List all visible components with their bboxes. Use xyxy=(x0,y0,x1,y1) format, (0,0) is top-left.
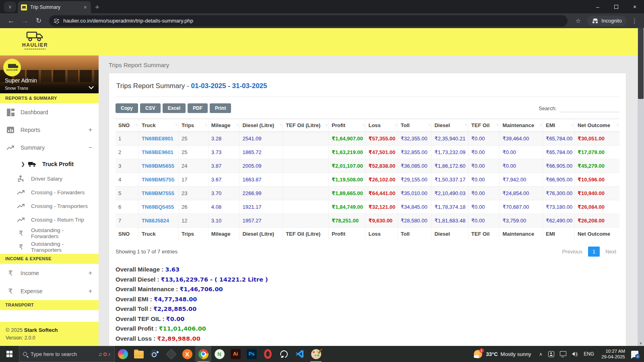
expand-toggle-icon[interactable]: + xyxy=(89,288,92,295)
cell-truck[interactable]: TN69BE9601 xyxy=(139,146,179,159)
sort-icon[interactable]: ↑↓ xyxy=(362,123,364,127)
sidebar-item-outstanding-transporters[interactable]: ₹Outstanding - Transporters xyxy=(0,240,99,254)
sidebar-item-income[interactable]: ₹Income+ xyxy=(0,264,99,282)
sidebar-item-reports[interactable]: Reports+ xyxy=(0,121,99,139)
sort-icon[interactable]: ↑↓ xyxy=(175,123,177,127)
sidebar-item-expense[interactable]: ₹Expense+ xyxy=(0,282,99,300)
cell-truck[interactable]: TN69BE8901 xyxy=(139,132,179,146)
start-button[interactable] xyxy=(0,346,19,362)
column-header-trips[interactable]: Trips↑↓ xyxy=(178,119,208,132)
illustrator-taskbar-icon[interactable]: Ai xyxy=(227,346,244,362)
csv-button[interactable]: CSV xyxy=(140,103,161,113)
copy-button[interactable]: Copy xyxy=(116,103,138,113)
column-header-tef-oil-litre[interactable]: TEF Oil (Litre)↑↓ xyxy=(283,119,329,132)
page-scrollbar[interactable]: ▼ xyxy=(638,28,644,346)
sidebar-item-dashboard[interactable]: Dashboard xyxy=(0,103,99,121)
sort-icon[interactable]: ↑↓ xyxy=(571,123,573,127)
sort-icon[interactable]: ↑↓ xyxy=(496,123,498,127)
window-restore-button[interactable] xyxy=(607,0,625,13)
explorer-taskbar-icon[interactable] xyxy=(131,346,147,362)
column-header-mileage[interactable]: Mileage↑↓ xyxy=(208,119,239,132)
notepadpp-taskbar-icon[interactable]: N xyxy=(211,346,227,362)
sidebar-item-crossing-forwarders[interactable]: Crossing - Forwarders xyxy=(0,185,99,199)
column-header-tef-oil[interactable]: TEF Oil↑↓ xyxy=(468,119,500,132)
site-info-icon[interactable] xyxy=(54,18,59,23)
xampp-taskbar-icon[interactable]: X xyxy=(179,346,195,362)
column-header-loss[interactable]: Loss↑↓ xyxy=(365,119,398,132)
column-header-maintenance[interactable]: Maintenance↑↓ xyxy=(500,119,543,132)
sidebar-item-crossing-return-trip[interactable]: Crossing - Return Trip xyxy=(0,213,99,226)
column-header-diesel-litre[interactable]: Diesel (Litre)↑↓ xyxy=(239,119,283,132)
tray-chevron-up-icon[interactable]: ∧ xyxy=(539,352,542,357)
back-button[interactable]: ← xyxy=(8,17,14,25)
network-tray-icon[interactable] xyxy=(560,352,566,356)
obs-taskbar-icon[interactable] xyxy=(276,346,292,362)
cell-truck[interactable]: TN69BQ5455 xyxy=(139,200,179,214)
browser-tab[interactable]: Trip Summary × xyxy=(18,1,91,13)
palette-taskbar-icon[interactable] xyxy=(308,346,324,362)
forward-button[interactable]: → xyxy=(22,17,29,25)
pagination-next[interactable]: Next xyxy=(602,247,619,257)
sort-icon[interactable]: ↑↓ xyxy=(539,123,541,127)
language-indicator[interactable]: ENG xyxy=(584,351,594,357)
cell-truck[interactable]: TN69BM5755 xyxy=(139,173,179,187)
profile-card[interactable]: HAULIER Super Admin Snow Trans xyxy=(0,56,99,93)
profile-chevron-down-icon[interactable] xyxy=(89,84,94,89)
chrome-taskbar-icon[interactable] xyxy=(195,346,211,362)
search-input[interactable] xyxy=(559,104,619,112)
pagination-previous[interactable]: Previous xyxy=(559,247,586,257)
sidebar-item-driver-salary[interactable]: Driver Salary xyxy=(0,172,99,185)
scrollbar-down-arrow[interactable]: ▼ xyxy=(638,341,644,346)
opera-taskbar-icon[interactable] xyxy=(260,346,276,362)
expand-toggle-icon[interactable]: + xyxy=(89,126,92,134)
sidebar-item-crossing-transporters[interactable]: Crossing - Transporters xyxy=(0,199,99,213)
address-bar[interactable]: haulier.co.in/demo/superadmin/trip-detai… xyxy=(49,15,568,27)
column-header-truck[interactable]: Truck↑↓ xyxy=(139,119,179,132)
column-header-emi[interactable]: EMI↑↓ xyxy=(543,119,575,132)
tab-close-icon[interactable]: × xyxy=(83,4,88,10)
print-button[interactable]: Print xyxy=(210,103,231,113)
sort-icon[interactable]: ↑↓ xyxy=(236,123,238,127)
bookmark-star-icon[interactable]: ☆ xyxy=(576,17,581,25)
sort-icon[interactable]: ↑↓ xyxy=(394,123,396,127)
sidebar-item-summary[interactable]: Summary− xyxy=(0,139,99,156)
tab-search-button[interactable]: ∨ xyxy=(4,2,16,12)
window-close-button[interactable]: × xyxy=(625,0,644,13)
vscode-taskbar-icon[interactable] xyxy=(292,346,308,362)
volume-tray-icon[interactable]: )) xyxy=(572,352,577,356)
cell-truck[interactable]: TN69BM7555 xyxy=(139,187,179,200)
column-header-diesel[interactable]: Diesel↑↓ xyxy=(431,119,468,132)
cell-truck[interactable]: TN88J5824 xyxy=(139,214,179,228)
weather-widget[interactable]: 1 33°CMostly sunny xyxy=(473,350,531,359)
sidebar-item-outstanding-forwarders[interactable]: ₹Outstanding - Forwarders xyxy=(0,226,99,240)
clock[interactable]: 10:27 AM 29-04-2025 xyxy=(601,348,625,360)
sort-icon[interactable]: ↑↓ xyxy=(205,123,207,127)
sidebar-item-truck-profit[interactable]: ❯Truck Profit xyxy=(0,156,99,172)
expand-toggle-icon[interactable]: − xyxy=(89,144,92,151)
column-header-toll[interactable]: Toll↑↓ xyxy=(398,119,431,132)
excel-button[interactable]: Excel xyxy=(163,103,186,113)
reload-button[interactable]: ↻ xyxy=(36,16,41,25)
cell-truck[interactable]: TN69BM5655 xyxy=(139,159,179,173)
sort-icon[interactable]: ↑↓ xyxy=(279,123,281,127)
copilot-taskbar-icon[interactable] xyxy=(115,346,131,362)
pagination-current-page[interactable]: 1 xyxy=(588,247,600,257)
window-minimize-button[interactable]: – xyxy=(588,0,607,13)
photoshop-taskbar-icon[interactable]: Ps xyxy=(244,346,260,362)
column-header-net-outcome[interactable]: Net Outcome↑↓ xyxy=(574,119,619,132)
notification-center-button[interactable]: 4 xyxy=(631,351,638,357)
column-header-profit[interactable]: Profit↑↓ xyxy=(329,119,365,132)
sort-icon[interactable]: ↑↓ xyxy=(428,123,430,127)
sort-icon[interactable]: ↑↓ xyxy=(616,123,618,127)
browser-menu-button[interactable]: ⋮ xyxy=(632,17,638,25)
teams-tray-icon[interactable] xyxy=(548,351,554,357)
sort-icon[interactable]: ↑↓ xyxy=(465,123,467,127)
steam-taskbar-icon[interactable] xyxy=(147,346,163,362)
unity-taskbar-icon[interactable] xyxy=(163,346,179,362)
scrollbar-thumb[interactable] xyxy=(638,28,644,99)
pdf-button[interactable]: PDF xyxy=(188,103,208,113)
sort-icon[interactable]: ↑↓ xyxy=(325,123,327,127)
taskbar-search-box[interactable]: Type here to search ♫ ✿ ♪ xyxy=(19,346,115,362)
expand-toggle-icon[interactable]: + xyxy=(89,269,92,277)
column-header-sno[interactable]: SNO↑↓ xyxy=(116,119,139,132)
